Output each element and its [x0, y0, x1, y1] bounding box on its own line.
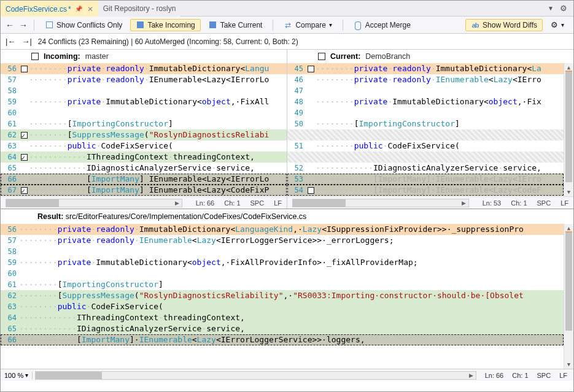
- chevron-down-icon[interactable]: ▼: [548, 5, 554, 12]
- line-checkbox-col: [19, 187, 29, 194]
- code-line[interactable]: 66············[ImportMany]·IEnumerable<L…: [1, 174, 287, 185]
- line-number: 62: [1, 290, 19, 301]
- code-line[interactable]: 61········[ImportingConstructor]: [1, 279, 564, 290]
- code-line[interactable]: 62········[SuppressMessage("RoslynDiagno…: [1, 290, 564, 301]
- code-line[interactable]: 67············[ImportMany]·IEnumerable<L…: [1, 185, 287, 196]
- line-checkbox[interactable]: [308, 66, 314, 72]
- code-text: ········[SuppressMessage("RoslynDiagnost…: [29, 129, 287, 140]
- tab-git-repo[interactable]: Git Repository - roslyn: [98, 1, 181, 17]
- show-word-diffs-button[interactable]: ab Show Word Diffs: [465, 19, 543, 31]
- result-code[interactable]: 56········private·readonly·ImmutableDict…: [1, 224, 573, 369]
- line-checkbox-col: [306, 66, 316, 72]
- compare-button[interactable]: Compare ▾: [278, 19, 337, 31]
- take-incoming-button[interactable]: Take Incoming: [130, 19, 200, 31]
- zoom-control[interactable]: 100 %▾: [1, 372, 33, 379]
- accept-merge-button[interactable]: Accept Merge: [348, 19, 416, 31]
- branch-name: DemoBranch: [365, 52, 410, 61]
- code-line[interactable]: 64············IThreadingContext·threadin…: [1, 312, 564, 323]
- line-number: 57: [1, 235, 19, 246]
- code-line[interactable]: 66············[ImportMany]·IEnumerable<L…: [1, 334, 564, 345]
- code-text: ············[ImportMany]·IEnumerable<Laz…: [316, 185, 564, 196]
- conflicts-icon: [45, 21, 53, 29]
- v-scrollbar[interactable]: ▲ ▼: [564, 224, 573, 369]
- close-icon[interactable]: ✕: [87, 5, 93, 13]
- code-line[interactable]: 47: [287, 85, 564, 96]
- first-conflict-button[interactable]: |←: [6, 37, 15, 46]
- line-checkbox[interactable]: [21, 154, 28, 161]
- code-line[interactable]: 61········[ImportingConstructor]: [1, 118, 287, 129]
- v-scrollbar[interactable]: ▲ ▼: [564, 63, 573, 196]
- line-checkbox[interactable]: [308, 187, 314, 194]
- result-path: src/EditorFeatures/Core/Implementation/C…: [66, 212, 307, 221]
- code-line[interactable]: 54············[ImportMany]·IEnumerable<L…: [287, 185, 564, 196]
- incoming-status: ◀▶ Ln: 66 Ch: 1 SPC LF: [1, 196, 287, 209]
- line-number: 52: [287, 163, 306, 174]
- h-scrollbar[interactable]: ◀▶: [292, 199, 469, 207]
- code-line[interactable]: 58: [1, 85, 287, 96]
- line-checkbox[interactable]: [21, 187, 28, 194]
- take-all-incoming-checkbox[interactable]: [31, 53, 39, 60]
- take-current-button[interactable]: Take Current: [203, 19, 268, 31]
- result-header: Result: src/EditorFeatures/Core/Implemen…: [1, 209, 573, 224]
- merge-icon: [354, 21, 362, 29]
- line-checkbox[interactable]: [21, 66, 28, 72]
- code-text: ············IDiagnosticAnalyzerService·s…: [29, 163, 287, 174]
- code-line[interactable]: 53············[ImportMany]·IEnumerable<L…: [287, 174, 564, 185]
- current-header: Current: DemoBranch: [287, 50, 573, 63]
- h-scrollbar[interactable]: ◀▶: [35, 371, 476, 380]
- result-pane: Result: src/EditorFeatures/Core/Implemen…: [1, 209, 573, 369]
- code-line[interactable]: 45········private·readonly·ImmutableDict…: [287, 63, 564, 74]
- code-line[interactable]: 59········private·ImmutableDictionary<ob…: [1, 257, 564, 268]
- code-line[interactable]: 56········private·readonly·ImmutableDict…: [1, 63, 287, 74]
- code-text: ············IDiagnosticAnalyzerService·s…: [316, 163, 564, 174]
- show-conflicts-button[interactable]: Show Conflicts Only: [39, 19, 128, 31]
- next-conflict-button[interactable]: →|: [21, 37, 31, 46]
- code-line[interactable]: 58: [1, 246, 564, 257]
- code-line[interactable]: 57········private·readonly·IEnumerable<L…: [1, 74, 287, 85]
- code-line[interactable]: 57········private·readonly·IEnumerable<L…: [1, 235, 564, 246]
- code-line[interactable]: 64············IThreadingContext·threadin…: [1, 152, 287, 163]
- line-number: 56: [1, 63, 19, 74]
- code-line[interactable]: 63········public·CodeFixService(: [1, 301, 564, 312]
- code-line[interactable]: 46········private·readonly·IEnumerable<L…: [287, 74, 564, 85]
- code-text: ········private·readonly·ImmutableDictio…: [29, 63, 287, 74]
- code-line[interactable]: [287, 152, 564, 163]
- code-line[interactable]: 49: [287, 107, 564, 118]
- code-line[interactable]: 56········private·readonly·ImmutableDict…: [1, 224, 564, 235]
- code-line[interactable]: [287, 129, 564, 140]
- line-number: 60: [1, 268, 19, 279]
- line-number: 65: [1, 163, 19, 174]
- code-line[interactable]: 62········[SuppressMessage("RoslynDiagno…: [1, 129, 287, 140]
- current-code[interactable]: 45········private·readonly·ImmutableDict…: [287, 63, 573, 196]
- code-text: ············[ImportMany]·IEnumerable<Laz…: [29, 185, 287, 196]
- branch-name: master: [85, 52, 109, 61]
- line-number: 59: [1, 257, 19, 268]
- code-line[interactable]: 48········private·ImmutableDictionary<ob…: [287, 96, 564, 107]
- code-line[interactable]: 60: [1, 268, 564, 279]
- word-diff-icon: ab: [471, 21, 479, 29]
- code-line[interactable]: 50········[ImportingConstructor]: [287, 118, 564, 129]
- line-number: 61: [1, 118, 19, 129]
- take-all-current-checkbox[interactable]: [318, 53, 325, 60]
- h-scrollbar[interactable]: ◀▶: [6, 199, 182, 207]
- code-text: ············[ImportMany]·IEnumerable<Laz…: [316, 174, 564, 185]
- line-number: 58: [1, 246, 19, 257]
- code-line[interactable]: 51········public·CodeFixService(: [287, 140, 564, 152]
- incoming-code[interactable]: 56········private·readonly·ImmutableDict…: [1, 63, 287, 196]
- bottom-bar: 100 %▾ ◀▶ Ln: 66 Ch: 1 SPC LF: [1, 369, 573, 381]
- gear-icon[interactable]: ⚙: [560, 4, 567, 13]
- line-number: 61: [1, 279, 19, 290]
- line-checkbox[interactable]: [21, 132, 28, 139]
- nav-forward-button[interactable]: →: [18, 20, 29, 30]
- code-line[interactable]: 65············IDiagnosticAnalyzerService…: [1, 163, 287, 174]
- tab-codefix[interactable]: CodeFixService.cs* 📌 ✕: [1, 1, 98, 17]
- code-line[interactable]: 63········public·CodeFixService(: [1, 140, 287, 152]
- nav-back-button[interactable]: ←: [4, 20, 15, 30]
- code-line[interactable]: 65············IDiagnosticAnalyzerService…: [1, 323, 564, 334]
- code-line[interactable]: 59········private·ImmutableDictionary<ob…: [1, 96, 287, 107]
- pin-icon[interactable]: 📌: [75, 6, 82, 12]
- settings-button[interactable]: ⚙ ▾: [545, 18, 570, 31]
- code-line[interactable]: 60: [1, 107, 287, 118]
- code-line[interactable]: 52············IDiagnosticAnalyzerService…: [287, 163, 564, 174]
- current-status: ◀▶ Ln: 53 Ch: 1 SPC LF: [287, 196, 573, 209]
